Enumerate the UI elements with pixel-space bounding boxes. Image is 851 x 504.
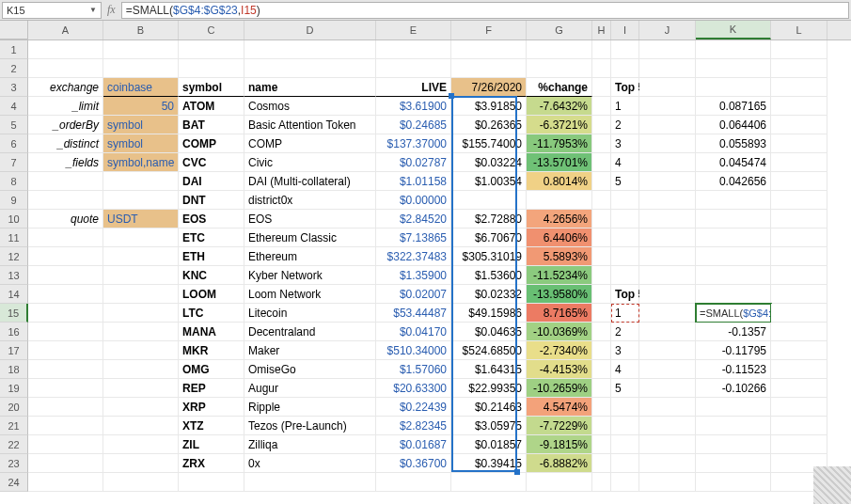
cell-A17[interactable] <box>28 341 103 360</box>
cell-C7[interactable]: CVC <box>179 153 244 172</box>
cell-I20[interactable] <box>611 398 639 417</box>
cell-A22[interactable] <box>28 435 103 454</box>
cell-C17[interactable]: MKR <box>179 341 244 360</box>
cell-F2[interactable] <box>451 59 527 78</box>
cell-B18[interactable] <box>103 360 179 379</box>
cell-G2[interactable] <box>527 59 592 78</box>
row-header-4[interactable]: 4 <box>0 97 28 116</box>
cell-K7[interactable]: 0.045474 <box>696 153 771 172</box>
cell-F17[interactable]: $524.68500 <box>451 341 527 360</box>
cell-I8[interactable]: 5 <box>611 172 639 191</box>
cell-K12[interactable] <box>696 247 771 266</box>
cell-D3[interactable]: name <box>244 78 376 97</box>
col-header-L[interactable]: L <box>771 21 827 39</box>
cell-G5[interactable]: -6.3721% <box>527 116 592 134</box>
cell-D15[interactable]: Litecoin <box>244 304 376 323</box>
cell-A10[interactable]: quote <box>28 210 103 228</box>
cell-A2[interactable] <box>28 59 103 78</box>
cell-G20[interactable]: 4.5474% <box>527 398 592 417</box>
cell-B12[interactable] <box>103 247 179 266</box>
cell-B16[interactable] <box>103 323 179 341</box>
cell-G3[interactable]: %change <box>527 78 592 97</box>
cell-I9[interactable] <box>611 191 639 210</box>
cell-L13[interactable] <box>771 266 827 285</box>
cell-L12[interactable] <box>771 247 827 266</box>
cell-E20[interactable]: $0.22439 <box>376 398 451 417</box>
cell-J22[interactable] <box>639 435 696 454</box>
cell-I4[interactable]: 1 <box>611 97 639 116</box>
cell-B22[interactable] <box>103 435 179 454</box>
cell-K6[interactable]: 0.055893 <box>696 134 771 153</box>
cell-A7[interactable]: _fields <box>28 153 103 172</box>
cell-I5[interactable]: 2 <box>611 116 639 134</box>
cell-E22[interactable]: $0.01687 <box>376 435 451 454</box>
cell-D24[interactable] <box>244 473 376 492</box>
cell-J3[interactable] <box>639 78 696 97</box>
cell-B19[interactable] <box>103 379 179 398</box>
row-header-1[interactable]: 1 <box>0 40 28 59</box>
cell-C5[interactable]: BAT <box>179 116 244 134</box>
cell-K8[interactable]: 0.042656 <box>696 172 771 191</box>
cell-G10[interactable]: 4.2656% <box>527 210 592 228</box>
cell-H13[interactable] <box>592 266 611 285</box>
cell-F8[interactable]: $1.00354 <box>451 172 527 191</box>
cell-K9[interactable] <box>696 191 771 210</box>
cell-J21[interactable] <box>639 417 696 435</box>
cell-H14[interactable] <box>592 285 611 304</box>
cell-G9[interactable] <box>527 191 592 210</box>
cell-L8[interactable] <box>771 172 827 191</box>
cell-D19[interactable]: Augur <box>244 379 376 398</box>
cell-J1[interactable] <box>639 40 696 59</box>
cell-C24[interactable] <box>179 473 244 492</box>
cell-B10[interactable]: USDT <box>103 210 179 228</box>
cell-E12[interactable]: $322.37483 <box>376 247 451 266</box>
cell-K19[interactable]: -0.10266 <box>696 379 771 398</box>
cell-B5[interactable]: symbol <box>103 116 179 134</box>
cell-H17[interactable] <box>592 341 611 360</box>
cell-C18[interactable]: OMG <box>179 360 244 379</box>
cell-C16[interactable]: MANA <box>179 323 244 341</box>
cell-G7[interactable]: -13.5701% <box>527 153 592 172</box>
cell-L4[interactable] <box>771 97 827 116</box>
fx-icon[interactable]: fx <box>107 3 116 17</box>
formula-input[interactable]: =SMALL($G$4:$G$23,I15) <box>121 2 849 19</box>
cell-D17[interactable]: Maker <box>244 341 376 360</box>
cell-H9[interactable] <box>592 191 611 210</box>
cell-E4[interactable]: $3.61900 <box>376 97 451 116</box>
row-header-13[interactable]: 13 <box>0 266 28 285</box>
cell-K20[interactable] <box>696 398 771 417</box>
col-header-I[interactable]: I <box>611 21 639 39</box>
cell-E18[interactable]: $1.57060 <box>376 360 451 379</box>
cell-E10[interactable]: $2.84520 <box>376 210 451 228</box>
cell-H10[interactable] <box>592 210 611 228</box>
cell-H20[interactable] <box>592 398 611 417</box>
cell-I2[interactable] <box>611 59 639 78</box>
cell-L11[interactable] <box>771 228 827 247</box>
cell-L18[interactable] <box>771 360 827 379</box>
cell-J7[interactable] <box>639 153 696 172</box>
cell-K22[interactable] <box>696 435 771 454</box>
cell-A3[interactable]: exchange <box>28 78 103 97</box>
row-header-10[interactable]: 10 <box>0 210 28 228</box>
cell-G13[interactable]: -11.5234% <box>527 266 592 285</box>
select-all-corner[interactable] <box>0 21 28 39</box>
cell-I10[interactable] <box>611 210 639 228</box>
cell-J5[interactable] <box>639 116 696 134</box>
cell-A15[interactable] <box>28 304 103 323</box>
cell-H24[interactable] <box>592 473 611 492</box>
cell-G8[interactable]: 0.8014% <box>527 172 592 191</box>
cell-A23[interactable] <box>28 454 103 473</box>
cell-A9[interactable] <box>28 191 103 210</box>
cell-G4[interactable]: -7.6432% <box>527 97 592 116</box>
cell-J20[interactable] <box>639 398 696 417</box>
cell-K5[interactable]: 0.064406 <box>696 116 771 134</box>
cell-C13[interactable]: KNC <box>179 266 244 285</box>
cell-A18[interactable] <box>28 360 103 379</box>
cell-E3[interactable]: LIVE <box>376 78 451 97</box>
cell-D23[interactable]: 0x <box>244 454 376 473</box>
cell-L20[interactable] <box>771 398 827 417</box>
cell-G21[interactable]: -7.7229% <box>527 417 592 435</box>
cell-A14[interactable] <box>28 285 103 304</box>
cell-C1[interactable] <box>179 40 244 59</box>
cell-B13[interactable] <box>103 266 179 285</box>
